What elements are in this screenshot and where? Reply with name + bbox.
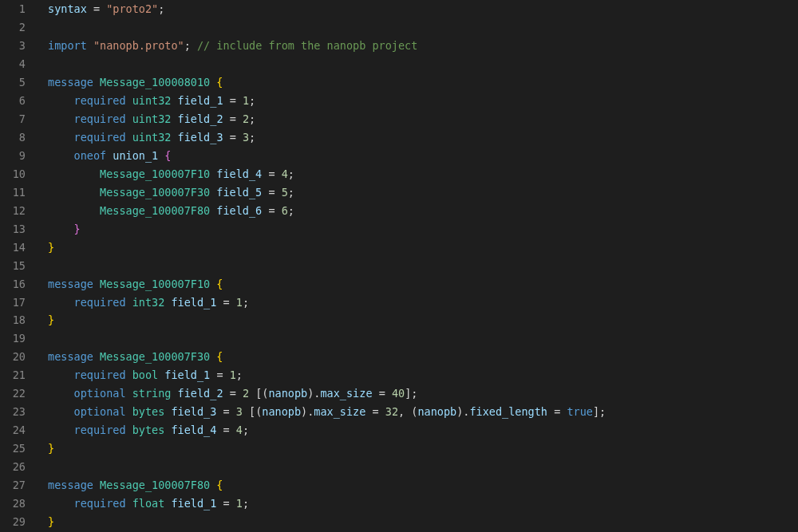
code-line[interactable]: message Message_100007F30 {: [48, 348, 798, 366]
string-token: "nanopb.proto": [93, 39, 184, 52]
code-line[interactable]: required uint32 field_2 = 2;: [48, 110, 798, 128]
ident-token: field_5: [216, 186, 262, 199]
punct-token: =: [216, 497, 235, 510]
ident-token: field_1: [178, 94, 223, 107]
number-token: 4: [236, 424, 243, 436]
brace-token: {: [216, 278, 223, 290]
ident-token: field_1: [164, 368, 210, 381]
punct-token: =: [216, 296, 235, 309]
number-token: 1: [236, 497, 243, 510]
code-line[interactable]: syntax = "proto2";: [48, 0, 798, 18]
number-token: 1: [236, 296, 243, 309]
code-line[interactable]: [48, 458, 798, 476]
code-line[interactable]: [48, 55, 798, 73]
code-editor[interactable]: 1234567891011121314151617181920212223242…: [0, 0, 798, 532]
whitespace: [48, 204, 100, 217]
punct-token: =: [216, 405, 235, 418]
type-token: uint32: [132, 131, 172, 144]
punct-token: =: [87, 2, 106, 15]
ident-token: field_6: [216, 204, 262, 217]
ident-token: max_size: [320, 387, 372, 400]
number-token: 40: [392, 387, 405, 400]
punct-token: [126, 296, 132, 309]
code-line[interactable]: }: [48, 220, 798, 238]
punct-token: [126, 368, 132, 381]
ident-token: field_1: [171, 497, 216, 510]
code-line[interactable]: oneof union_1 {: [48, 147, 798, 165]
punct-token: [(: [243, 405, 262, 418]
number-token: 4: [282, 167, 288, 180]
line-number: 4: [0, 55, 26, 73]
punct-token: ;: [236, 368, 243, 381]
code-line[interactable]: }: [48, 513, 798, 531]
punct-token: ];: [593, 405, 606, 418]
code-line[interactable]: optional bytes field_3 = 3 [(nanopb).max…: [48, 403, 798, 421]
punct-token: [171, 94, 177, 107]
punct-token: [93, 350, 100, 363]
code-line[interactable]: optional string field_2 = 2 [(nanopb).ma…: [48, 384, 798, 403]
ident-token: field_1: [171, 296, 216, 309]
punct-token: [126, 112, 132, 125]
ident-token: field_4: [216, 167, 262, 180]
code-line[interactable]: Message_100007F10 field_4 = 4;: [48, 165, 798, 183]
punct-token: ;: [288, 186, 294, 199]
punct-token: [87, 39, 93, 52]
brace-token: }: [48, 241, 54, 254]
code-line[interactable]: message Message_100007F80 {: [48, 476, 798, 495]
keyword-token: required: [74, 131, 126, 144]
ident-token: nanopb: [417, 405, 456, 418]
line-number: 21: [0, 366, 26, 384]
brace2-token: }: [74, 223, 81, 235]
brace-token: {: [216, 76, 223, 89]
number-token: 1: [243, 94, 249, 107]
number-token: 2: [243, 387, 249, 400]
code-area[interactable]: syntax = "proto2"; import "nanopb.proto"…: [40, 0, 798, 532]
code-line[interactable]: required int32 field_1 = 1;: [48, 294, 798, 312]
type-token: Message_100007F30: [100, 186, 210, 199]
line-number: 6: [0, 92, 26, 110]
whitespace: [48, 167, 100, 180]
whitespace: [48, 405, 74, 418]
comment-token: // include from the nanopb project: [197, 39, 417, 52]
type-token: Message_100007F80: [100, 479, 210, 491]
code-line[interactable]: }: [48, 238, 798, 257]
number-token: 5: [282, 186, 288, 199]
whitespace: [48, 131, 74, 144]
code-line[interactable]: required uint32 field_3 = 3;: [48, 128, 798, 147]
number-token: 3: [236, 405, 243, 418]
type-token: bytes: [132, 424, 165, 436]
punct-token: =: [223, 131, 243, 144]
ident-token: union_1: [113, 149, 158, 162]
punct-token: =: [373, 387, 392, 400]
punct-token: [126, 424, 132, 436]
code-line[interactable]: required float field_1 = 1;: [48, 495, 798, 513]
punct-token: [171, 112, 177, 125]
code-line[interactable]: required uint32 field_1 = 1;: [48, 92, 798, 110]
code-line[interactable]: [48, 18, 798, 37]
punct-token: ).: [307, 387, 320, 400]
whitespace: [48, 112, 74, 125]
code-line[interactable]: message Message_100008010 {: [48, 73, 798, 92]
punct-token: ;: [249, 131, 255, 144]
brace-token: }: [48, 515, 54, 528]
code-line[interactable]: [48, 257, 798, 275]
punct-token: [171, 387, 177, 400]
code-line[interactable]: required bool field_1 = 1;: [48, 366, 798, 384]
ident-token: max_size: [314, 405, 365, 418]
code-line[interactable]: Message_100007F80 field_6 = 6;: [48, 202, 798, 220]
whitespace: [48, 223, 74, 235]
code-line[interactable]: import "nanopb.proto"; // include from t…: [48, 37, 798, 55]
type-token: Message_100008010: [100, 76, 210, 89]
punct-token: =: [223, 94, 243, 107]
code-line[interactable]: Message_100007F30 field_5 = 5;: [48, 183, 798, 202]
code-line[interactable]: [48, 329, 798, 348]
brace-token: {: [216, 350, 223, 363]
code-line[interactable]: message Message_100007F10 {: [48, 275, 798, 294]
code-line[interactable]: }: [48, 311, 798, 329]
code-line[interactable]: }: [48, 439, 798, 458]
line-number: 22: [0, 384, 26, 403]
type-token: int32: [132, 296, 165, 309]
code-line[interactable]: required bytes field_4 = 4;: [48, 421, 798, 439]
brace-token: {: [216, 479, 223, 491]
punct-token: ;: [158, 2, 164, 15]
